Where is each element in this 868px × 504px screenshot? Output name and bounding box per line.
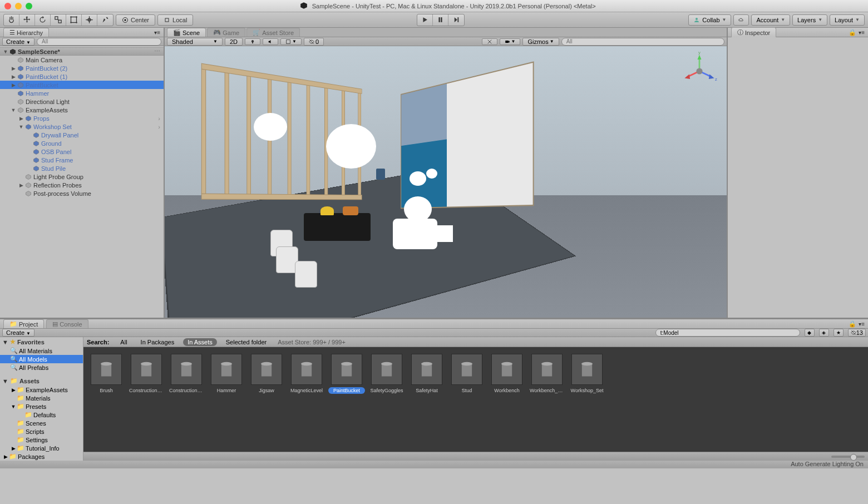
panel-menu-icon[interactable]: ▾≡ bbox=[154, 29, 160, 36]
hand-tool-button[interactable] bbox=[4, 14, 19, 26]
asset-store-count[interactable]: Asset Store: 999+ / 999+ bbox=[278, 339, 346, 345]
scale-tool-button[interactable] bbox=[51, 14, 66, 26]
asset-item[interactable]: SafetyGoggles bbox=[371, 354, 403, 394]
scene-options-icon[interactable]: ⋯ bbox=[154, 48, 160, 55]
tab-asset-store[interactable]: 🛒Asset Store bbox=[246, 28, 300, 37]
filter-in-assets[interactable]: In Assets bbox=[183, 338, 217, 346]
asset-item[interactable]: Brush bbox=[90, 354, 122, 394]
hierarchy-item[interactable]: ▶ Reflection Probes bbox=[0, 181, 164, 189]
lighting-toggle-button[interactable] bbox=[245, 38, 260, 45]
scene-camera-button[interactable]: ▼ bbox=[500, 38, 521, 45]
project-create-dropdown[interactable]: Create ▼ bbox=[2, 329, 34, 337]
move-tool-button[interactable] bbox=[19, 14, 35, 26]
shading-mode-dropdown[interactable]: Shaded▼ bbox=[167, 38, 223, 46]
folder-item[interactable]: 📁Materials bbox=[0, 394, 83, 402]
project-search-input[interactable] bbox=[655, 329, 800, 337]
hierarchy-item[interactable]: Directional Light bbox=[0, 97, 164, 106]
lock-icon[interactable]: 🔒 bbox=[849, 29, 856, 36]
hierarchy-tab[interactable]: ☰ Hierarchy bbox=[3, 28, 49, 37]
tab-game[interactable]: 🎮Game bbox=[207, 28, 245, 37]
favorite-item[interactable]: 🔍All Materials bbox=[0, 347, 83, 355]
favorites-header[interactable]: ▼★Favorites bbox=[0, 337, 83, 347]
minimize-window-button[interactable] bbox=[15, 3, 22, 9]
search-by-type-button[interactable]: ◆ bbox=[805, 329, 815, 337]
hierarchy-item[interactable]: ▶ PaintBucket bbox=[0, 81, 164, 89]
tab-project[interactable]: 📁Project bbox=[3, 319, 44, 328]
asset-item[interactable]: Workshop_Set bbox=[571, 354, 603, 394]
step-button[interactable] bbox=[448, 14, 464, 26]
pivot-rotation-button[interactable]: Local bbox=[157, 14, 193, 26]
hierarchy-item[interactable]: ▶ PaintBucket (2) bbox=[0, 64, 164, 72]
panel-menu-icon[interactable]: ▾≡ bbox=[859, 321, 865, 327]
save-search-button[interactable]: ★ bbox=[834, 329, 844, 337]
hierarchy-item[interactable]: OSB Panel bbox=[0, 147, 164, 156]
maximize-window-button[interactable] bbox=[26, 3, 32, 9]
filter-all[interactable]: All bbox=[116, 338, 131, 346]
hierarchy-item[interactable]: ▼ Workshop Set › bbox=[0, 122, 164, 131]
layers-dropdown[interactable]: Layers▼ bbox=[792, 14, 827, 26]
favorite-item[interactable]: 🔍All Models bbox=[0, 355, 83, 363]
scene-viewport[interactable]: y z bbox=[165, 46, 727, 318]
asset-item[interactable]: SafetyHat bbox=[411, 354, 443, 394]
hierarchy-item[interactable]: Post-process Volume bbox=[0, 189, 164, 197]
audio-toggle-button[interactable] bbox=[263, 38, 278, 45]
folder-item[interactable]: 📁Defaults bbox=[0, 411, 83, 419]
folder-item[interactable]: ▶📁Tutorial_Info bbox=[0, 444, 83, 452]
lighting-status[interactable]: Auto Generate Lighting On bbox=[791, 461, 864, 467]
filter-in-packages[interactable]: In Packages bbox=[136, 338, 179, 346]
fx-toggle-button[interactable]: ▼ bbox=[280, 38, 302, 45]
hidden-objects-button[interactable]: 0 bbox=[304, 38, 324, 46]
tab-scene[interactable]: 🎬Scene bbox=[167, 28, 206, 37]
scene-header[interactable]: ▼ SampleScene* ⋯ bbox=[0, 47, 164, 56]
packages-folder[interactable]: ▶📁Packages bbox=[0, 452, 83, 461]
hierarchy-item[interactable]: Drywall Panel bbox=[0, 131, 164, 139]
folder-item[interactable]: ▶📁ExampleAssets bbox=[0, 386, 83, 394]
hierarchy-create-dropdown[interactable]: Create ▼ bbox=[2, 38, 34, 46]
rotate-tool-button[interactable] bbox=[35, 14, 51, 26]
orientation-gizmo[interactable]: y z bbox=[680, 52, 719, 91]
search-by-label-button[interactable]: ◈ bbox=[819, 329, 829, 337]
favorite-item[interactable]: 🔍All Prefabs bbox=[0, 363, 83, 372]
2d-toggle-button[interactable]: 2D bbox=[225, 38, 243, 46]
custom-tool-button[interactable] bbox=[97, 14, 113, 26]
folder-item[interactable]: 📁Scripts bbox=[0, 427, 83, 436]
pivot-mode-button[interactable]: Center bbox=[116, 14, 155, 26]
scene-tools-button[interactable] bbox=[482, 38, 497, 45]
hierarchy-item[interactable]: Light Probe Group bbox=[0, 172, 164, 181]
hierarchy-item[interactable]: Stud Frame bbox=[0, 156, 164, 164]
asset-item[interactable]: Jigsaw bbox=[250, 354, 283, 394]
folder-item[interactable]: 📁Scenes bbox=[0, 419, 83, 427]
account-dropdown[interactable]: Account▼ bbox=[751, 14, 790, 26]
hierarchy-item[interactable]: Main Camera bbox=[0, 56, 164, 64]
lock-icon[interactable]: 🔒 bbox=[849, 320, 856, 328]
asset-item[interactable]: Hammer bbox=[210, 354, 243, 394]
hierarchy-item[interactable]: ▶ Props › bbox=[0, 114, 164, 122]
hierarchy-item[interactable]: ▼ ExampleAssets bbox=[0, 106, 164, 114]
folder-item[interactable]: ▼📁Presets bbox=[0, 402, 83, 411]
asset-item[interactable]: Workbench bbox=[491, 354, 523, 394]
thumbnail-size-slider[interactable] bbox=[831, 456, 865, 458]
asset-item[interactable]: ConstructionL... bbox=[130, 354, 162, 394]
hierarchy-search-input[interactable] bbox=[37, 38, 161, 46]
asset-item[interactable]: Workbench_L... bbox=[531, 354, 563, 394]
hierarchy-item[interactable]: Ground bbox=[0, 139, 164, 147]
gizmos-dropdown[interactable]: Gizmos ▼ bbox=[522, 38, 559, 46]
rect-tool-button[interactable] bbox=[66, 14, 82, 26]
play-button[interactable] bbox=[417, 14, 433, 26]
tab-console[interactable]: ▤Console bbox=[46, 319, 88, 328]
open-prefab-icon[interactable]: › bbox=[158, 123, 160, 130]
hierarchy-item[interactable]: Hammer bbox=[0, 89, 164, 97]
asset-item[interactable]: Stud bbox=[451, 354, 483, 394]
assets-header[interactable]: ▼📁Assets bbox=[0, 376, 83, 386]
scene-search-input[interactable] bbox=[561, 38, 724, 46]
hierarchy-item[interactable]: Stud Pile bbox=[0, 164, 164, 172]
hierarchy-item[interactable]: ▶ PaintBucket (1) bbox=[0, 72, 164, 81]
asset-item[interactable]: MagneticLevel bbox=[290, 354, 323, 394]
filter-selected-folder[interactable]: Selected folder bbox=[221, 338, 271, 346]
transform-tool-button[interactable] bbox=[82, 14, 97, 26]
asset-item[interactable]: ConstructionL... bbox=[170, 354, 203, 394]
hidden-packages-button[interactable]: 13 bbox=[848, 329, 866, 337]
panel-menu-icon[interactable]: ▾≡ bbox=[859, 29, 865, 36]
close-window-button[interactable] bbox=[4, 3, 11, 9]
asset-item[interactable]: PaintBucket bbox=[331, 354, 363, 394]
